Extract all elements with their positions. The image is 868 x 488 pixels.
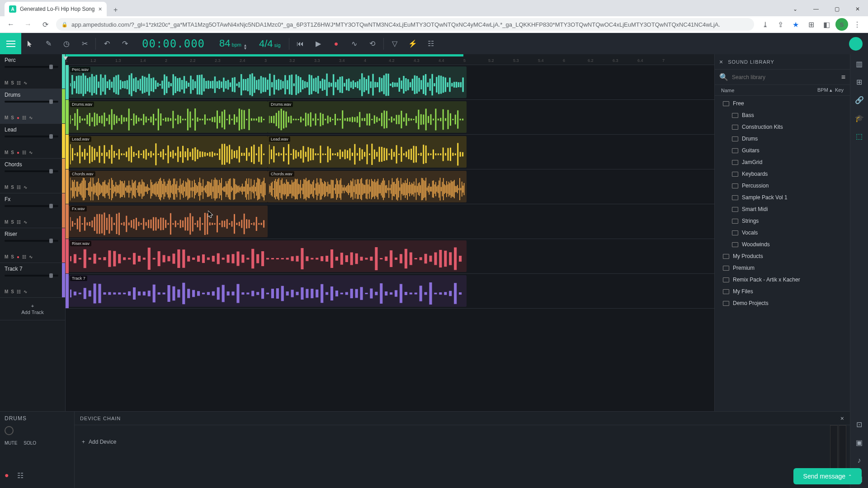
- library-folder[interactable]: Woodwinds: [715, 239, 850, 250]
- envelope-icon[interactable]: ∿: [24, 220, 27, 225]
- mute-button[interactable]: M: [5, 115, 8, 120]
- piano-rail-icon[interactable]: ♪: [854, 455, 864, 465]
- play-button[interactable]: ▶: [309, 33, 327, 54]
- library-folder[interactable]: Sample Pack Vol 1: [715, 192, 850, 203]
- library-folder[interactable]: My Products: [715, 250, 850, 262]
- install-icon[interactable]: ⤓: [759, 18, 771, 31]
- automation-icon[interactable]: ☷: [22, 115, 26, 120]
- arm-icon[interactable]: ●: [17, 115, 19, 120]
- volume-slider[interactable]: [5, 136, 58, 137]
- ai-rail-icon[interactable]: ⬚: [854, 131, 864, 141]
- track-lane[interactable]: Fx.wav: [66, 204, 714, 239]
- automation-icon[interactable]: ☷: [17, 80, 21, 85]
- minimize-icon[interactable]: ―: [806, 2, 826, 16]
- automation-icon[interactable]: ☷: [17, 289, 21, 294]
- automation-icon[interactable]: ∿: [345, 33, 363, 54]
- audio-clip[interactable]: Lead.wav: [268, 136, 467, 168]
- library-folder[interactable]: Construction Kits: [715, 121, 850, 133]
- extensions-icon[interactable]: ⊞: [805, 18, 817, 31]
- bpm-stepper-icon[interactable]: ▴▾: [244, 43, 246, 50]
- cut-tool[interactable]: ✂: [75, 33, 94, 54]
- device-panel-close-icon[interactable]: ×: [840, 415, 844, 422]
- pointer-tool[interactable]: [21, 33, 39, 54]
- solo-button[interactable]: S: [11, 115, 14, 120]
- bookmark-star-icon[interactable]: ★: [789, 18, 802, 31]
- bpm-control[interactable]: 84 bpm ▴▾: [213, 38, 253, 50]
- volume-slider[interactable]: [5, 240, 58, 242]
- link-rail-icon[interactable]: 🔗: [854, 95, 864, 105]
- timeline-ruler[interactable]: 11.21.31.422.22.32.433.23.33.444.24.34.4…: [66, 54, 714, 65]
- audio-clip[interactable]: Lead.wav: [69, 136, 268, 168]
- loop-button[interactable]: ⟲: [363, 33, 382, 54]
- hamburger-menu-button[interactable]: [0, 33, 21, 54]
- pencil-tool[interactable]: ✎: [39, 33, 57, 54]
- track-lane[interactable]: Lead.wav Lead.wav: [66, 135, 714, 169]
- track-header[interactable]: Track 7 M S ☷ ∿: [0, 263, 65, 298]
- timecode-display[interactable]: 00:00.000: [134, 38, 213, 50]
- solo-button[interactable]: S: [11, 80, 14, 85]
- rewind-button[interactable]: ⏮: [291, 33, 309, 54]
- close-icon[interactable]: ✕: [847, 2, 868, 16]
- library-folder[interactable]: Demo Projects: [715, 297, 850, 309]
- pan-knob[interactable]: [5, 426, 14, 435]
- envelope-icon[interactable]: ∿: [29, 254, 33, 259]
- snap-rail-icon[interactable]: ⊡: [854, 419, 864, 429]
- track-header[interactable]: Chords M S ☷ ∿: [0, 159, 65, 193]
- audio-clip[interactable]: Drums.wav: [69, 101, 268, 133]
- col-name[interactable]: Name: [721, 88, 734, 93]
- mute-button[interactable]: M: [5, 185, 8, 190]
- audio-clip[interactable]: Fx.wav: [69, 206, 268, 237]
- envelope-icon[interactable]: ∿: [29, 150, 33, 155]
- envelope-icon[interactable]: ∿: [24, 289, 27, 294]
- mute-button[interactable]: M: [5, 80, 8, 85]
- library-folder[interactable]: Smart Midi: [715, 203, 850, 215]
- solo-button[interactable]: S: [11, 220, 14, 225]
- tab-close-icon[interactable]: ×: [98, 5, 102, 13]
- mute-button[interactable]: MUTE: [5, 441, 17, 446]
- track-header[interactable]: Fx M S ☷ ∿: [0, 193, 65, 228]
- library-folder[interactable]: Vocals: [715, 227, 850, 239]
- audio-clip[interactable]: Perc.wav: [69, 66, 467, 98]
- automation-icon[interactable]: ☷: [17, 185, 21, 190]
- solo-button[interactable]: S: [11, 289, 14, 294]
- automation-icon[interactable]: ☷: [22, 254, 26, 259]
- address-bar[interactable]: 🔒 app.ampedstudio.com/?_gl=1*zkt20c*_ga*…: [56, 18, 754, 31]
- share-icon[interactable]: ⇪: [774, 18, 787, 31]
- monitor-icon[interactable]: ☷: [17, 471, 24, 480]
- track-header[interactable]: Drums M S ● ☷ ∿: [0, 89, 65, 124]
- reload-button[interactable]: ⟳: [39, 18, 52, 31]
- undo-button[interactable]: ↶: [98, 33, 116, 54]
- mute-button[interactable]: M: [5, 220, 8, 225]
- envelope-icon[interactable]: ∿: [29, 115, 33, 120]
- time-signature-control[interactable]: 4/4 sig: [253, 38, 287, 50]
- kebab-menu-icon[interactable]: ⋮: [851, 18, 863, 31]
- mute-button[interactable]: M: [5, 150, 8, 155]
- library-rail-icon[interactable]: ▥: [854, 59, 864, 69]
- browser-tab[interactable]: A Generated Lo-Fi Hip Hop Song ×: [5, 2, 107, 16]
- track-header[interactable]: Riser M S ● ☷ ∿: [0, 228, 65, 263]
- track-lane[interactable]: Drums.wav Drums.wav: [66, 100, 714, 135]
- mute-button[interactable]: M: [5, 289, 8, 294]
- sidepanel-icon[interactable]: ◧: [820, 18, 833, 31]
- redo-button[interactable]: ↷: [116, 33, 134, 54]
- library-folder[interactable]: Bass: [715, 109, 850, 121]
- track-header[interactable]: Perc M S ☷ ∿: [0, 54, 65, 89]
- col-bpm[interactable]: BPM ▴: [817, 87, 832, 93]
- automation-icon[interactable]: ☷: [22, 150, 26, 155]
- maximize-icon[interactable]: ▢: [826, 2, 847, 16]
- library-folder[interactable]: Percussion: [715, 180, 850, 192]
- track-header[interactable]: Lead M S ● ☷ ∿: [0, 124, 65, 159]
- stopwatch-tool[interactable]: ◷: [57, 33, 75, 54]
- library-folder[interactable]: Premium: [715, 262, 850, 274]
- arm-icon[interactable]: ●: [17, 254, 19, 259]
- filter-icon[interactable]: ≡: [841, 73, 845, 81]
- library-folder[interactable]: My Files: [715, 286, 850, 297]
- metronome-icon[interactable]: ▽: [386, 33, 404, 54]
- solo-button[interactable]: S: [11, 185, 14, 190]
- volume-slider[interactable]: [5, 101, 58, 103]
- track-lane[interactable]: Track 7: [66, 274, 714, 309]
- volume-slider[interactable]: [5, 205, 58, 207]
- track-lane[interactable]: Chords.wav Chords.wav: [66, 169, 714, 204]
- count-in-icon[interactable]: ⚡: [404, 33, 422, 54]
- new-tab-button[interactable]: +: [109, 4, 122, 16]
